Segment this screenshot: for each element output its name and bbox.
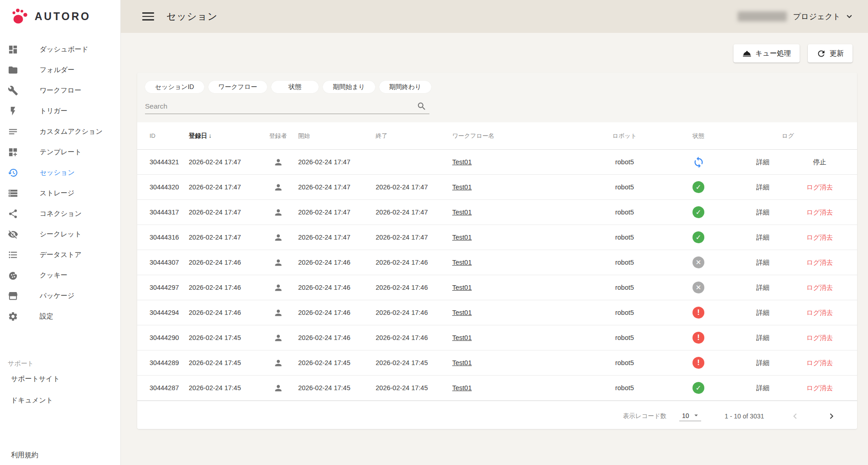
details-button[interactable]: 詳細: [731, 308, 795, 317]
sidebar-item-custom-actions[interactable]: カスタムアクション: [0, 121, 120, 142]
sidebar-item-packages[interactable]: パッケージ: [0, 286, 120, 306]
details-button[interactable]: 詳細: [731, 359, 795, 367]
menu-icon[interactable]: [142, 12, 154, 21]
sidebar-item-workflows[interactable]: ワークフロー: [0, 80, 120, 101]
filter-chip-workflow[interactable]: ワークフロー: [208, 81, 267, 93]
col-header-registered[interactable]: 登録日↓: [189, 132, 258, 140]
stop-button[interactable]: 停止: [795, 158, 845, 167]
sidebar-item-label: トリガー: [40, 107, 67, 115]
rows-per-page-select[interactable]: 10: [679, 411, 701, 421]
sidebar-item-templates[interactable]: テンプレート: [0, 142, 120, 162]
sidebar-item-connections[interactable]: コネクション: [0, 204, 120, 224]
template-icon: [8, 147, 18, 157]
clear-log-button[interactable]: ログ消去: [795, 384, 845, 392]
clear-log-button[interactable]: ログ消去: [795, 308, 845, 317]
sidebar-item-datastore[interactable]: データストア: [0, 245, 120, 265]
workflow-link[interactable]: Test01: [452, 209, 472, 216]
details-button[interactable]: 詳細: [731, 384, 795, 392]
search-input[interactable]: [145, 100, 429, 114]
clear-log-button[interactable]: ログ消去: [795, 283, 845, 292]
details-button[interactable]: 詳細: [731, 334, 795, 342]
workflow-link[interactable]: Test01: [452, 359, 472, 366]
filter-chip-status[interactable]: 状態: [271, 81, 319, 93]
filter-chip-period-end[interactable]: 期間終わり: [379, 81, 432, 93]
col-header-robot: ロボット: [584, 132, 666, 140]
chevron-right-icon: [826, 411, 837, 422]
workflow-link[interactable]: Test01: [452, 259, 472, 266]
sidebar-item-secrets[interactable]: シークレット: [0, 224, 120, 245]
details-button[interactable]: 詳細: [731, 183, 795, 192]
refresh-icon: [816, 49, 826, 58]
registrant-cell: [258, 233, 298, 242]
clear-log-button[interactable]: ログ消去: [795, 258, 845, 267]
project-selector[interactable]: プロジェクト: [738, 11, 854, 22]
sidebar-item-folders[interactable]: フォルダー: [0, 60, 120, 80]
support-section-label: サポート: [8, 360, 120, 368]
folder-icon: [8, 65, 18, 75]
sidebar-item-label: クッキー: [40, 271, 67, 280]
page-title: セッション: [166, 10, 217, 23]
table-row: 304443072026-02-24 17:462026-02-24 17:46…: [137, 250, 857, 275]
workflow-cell: Test01: [452, 183, 584, 191]
table-row: 304443212026-02-24 17:472026-02-24 17:47…: [137, 150, 857, 175]
package-icon: [8, 291, 18, 301]
end-date: 2026-02-24 17:46: [376, 309, 452, 316]
table-row: 304443172026-02-24 17:472026-02-24 17:47…: [137, 200, 857, 225]
table-row: 304442942026-02-24 17:462026-02-24 17:46…: [137, 300, 857, 325]
sidebar-item-sessions[interactable]: セッション: [0, 162, 120, 183]
sessions-table: ID 登録日↓ 登録者 開始 終了 ワークフロー名 ロボット 状態 ログ 304…: [137, 122, 857, 401]
sidebar-link-documents[interactable]: ドキュメント: [0, 390, 120, 411]
details-button[interactable]: 詳細: [731, 233, 795, 242]
robot-name: robot5: [584, 384, 666, 392]
filter-chip-period-start[interactable]: 期間始まり: [323, 81, 375, 93]
sidebar-item-cookies[interactable]: クッキー: [0, 265, 120, 286]
caret-down-icon: [692, 411, 700, 419]
clear-log-button[interactable]: ログ消去: [795, 233, 845, 242]
sidebar-item-triggers[interactable]: トリガー: [0, 101, 120, 121]
end-date: 2026-02-24 17:47: [376, 234, 452, 241]
workflow-link[interactable]: Test01: [452, 158, 472, 166]
search-icon[interactable]: [417, 101, 427, 111]
filter-chip-session-id[interactable]: セッションID: [145, 81, 204, 93]
registrant-cell: [258, 333, 298, 343]
end-date: 2026-02-24 17:45: [376, 359, 452, 366]
registered-date: 2026-02-24 17:47: [189, 158, 258, 166]
details-button[interactable]: 詳細: [731, 283, 795, 292]
project-label: プロジェクト: [793, 11, 841, 22]
workflow-cell: Test01: [452, 284, 584, 291]
clear-log-button[interactable]: ログ消去: [795, 334, 845, 342]
workflow-link[interactable]: Test01: [452, 284, 472, 291]
records-per-page-label: 表示レコード数: [623, 412, 666, 420]
workflow-link[interactable]: Test01: [452, 183, 472, 191]
brand-logo[interactable]: AUTORO: [0, 0, 120, 33]
sidebar-link-support-site[interactable]: サポートサイト: [0, 369, 120, 389]
workflow-cell: Test01: [452, 334, 584, 341]
workflow-link[interactable]: Test01: [452, 384, 472, 392]
sidebar-item-settings[interactable]: 設定: [0, 306, 120, 327]
table-row: 304442902026-02-24 17:452026-02-24 17:46…: [137, 325, 857, 350]
end-date: 2026-02-24 17:46: [376, 259, 452, 266]
details-button[interactable]: 詳細: [731, 258, 795, 267]
next-page-button[interactable]: [826, 411, 837, 422]
details-button[interactable]: 詳細: [731, 208, 795, 217]
refresh-button[interactable]: 更新: [808, 44, 852, 63]
workflow-link[interactable]: Test01: [452, 234, 472, 241]
session-table-body: 304443212026-02-24 17:472026-02-24 17:47…: [137, 150, 857, 401]
clear-log-button[interactable]: ログ消去: [795, 208, 845, 217]
clear-log-button[interactable]: ログ消去: [795, 359, 845, 367]
details-button[interactable]: 詳細: [731, 158, 795, 167]
person-icon: [274, 358, 283, 368]
robot-name: robot5: [584, 183, 666, 191]
clear-log-button[interactable]: ログ消去: [795, 183, 845, 192]
session-id: 30444320: [150, 183, 189, 191]
terms-of-use-link[interactable]: 利用規約: [11, 451, 38, 460]
workflow-cell: Test01: [452, 309, 584, 316]
queue-process-button[interactable]: キュー処理: [734, 44, 800, 63]
sidebar-item-storage[interactable]: ストレージ: [0, 183, 120, 204]
session-id: 30444321: [150, 158, 189, 166]
chevron-left-icon: [790, 411, 801, 422]
sidebar-item-dashboard[interactable]: ダッシュボード: [0, 39, 120, 60]
previous-page-button[interactable]: [790, 411, 801, 422]
workflow-link[interactable]: Test01: [452, 309, 472, 316]
workflow-link[interactable]: Test01: [452, 334, 472, 341]
